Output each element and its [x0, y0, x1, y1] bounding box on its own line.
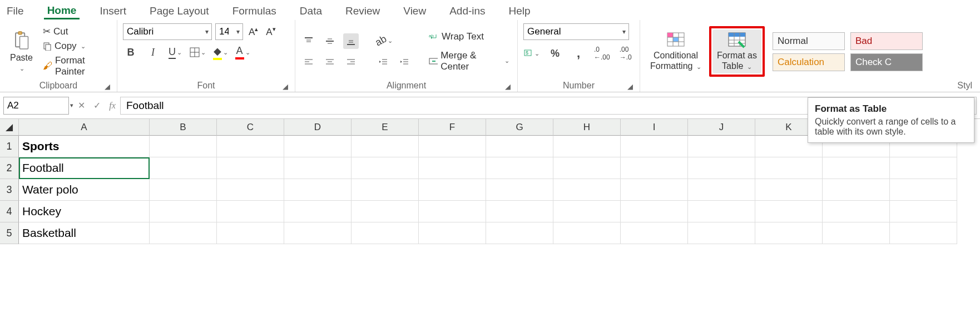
tab-formulas[interactable]: Formulas	[229, 4, 280, 18]
cell[interactable]	[688, 179, 755, 201]
cell[interactable]	[217, 157, 284, 179]
align-left-button[interactable]	[301, 55, 316, 70]
bold-button[interactable]: B	[123, 44, 138, 60]
col-header[interactable]: I	[621, 119, 688, 136]
name-box[interactable]	[3, 97, 69, 115]
cell[interactable]	[755, 201, 823, 222]
cell[interactable]	[150, 222, 217, 244]
accounting-format-button[interactable]: $ ⌄	[523, 46, 540, 61]
italic-button[interactable]: I	[145, 44, 161, 60]
cell[interactable]	[284, 222, 352, 244]
percent-button[interactable]: %	[547, 46, 563, 61]
cell[interactable]	[621, 201, 688, 222]
tab-help[interactable]: Help	[506, 4, 534, 18]
col-header[interactable]: C	[217, 119, 284, 136]
cell[interactable]	[352, 179, 419, 201]
col-header[interactable]: H	[553, 119, 621, 136]
orientation-button[interactable]: ab⌄	[375, 33, 393, 49]
cell[interactable]	[553, 136, 621, 157]
cell[interactable]	[486, 201, 553, 222]
cell[interactable]: Sports	[19, 136, 150, 157]
col-header[interactable]: F	[419, 119, 486, 136]
cell[interactable]: Hockey	[19, 201, 150, 222]
tab-home[interactable]: Home	[44, 3, 80, 19]
cell[interactable]	[621, 222, 688, 244]
cell[interactable]	[217, 222, 284, 244]
cell[interactable]: Water polo	[19, 179, 150, 201]
tab-insert[interactable]: Insert	[96, 4, 130, 18]
cell[interactable]	[419, 157, 486, 179]
tab-review[interactable]: Review	[342, 4, 383, 18]
font-launcher[interactable]: ◢	[283, 82, 288, 91]
decrease-font-button[interactable]: A▾	[264, 24, 278, 39]
tab-addins[interactable]: Add-ins	[446, 4, 488, 18]
col-header[interactable]: B	[150, 119, 217, 136]
cell[interactable]	[688, 157, 755, 179]
cell-style-check-cell[interactable]: Check C	[850, 53, 923, 71]
cell[interactable]	[688, 201, 755, 222]
copy-button[interactable]: Copy ⌄	[41, 39, 111, 53]
cell-style-normal[interactable]: Normal	[773, 32, 845, 50]
clipboard-launcher[interactable]: ◢	[105, 82, 110, 91]
cell[interactable]	[486, 136, 553, 157]
col-header[interactable]: G	[486, 119, 553, 136]
cell[interactable]	[621, 136, 688, 157]
cell[interactable]	[823, 201, 890, 222]
increase-font-button[interactable]: A▴	[246, 24, 260, 39]
cell[interactable]	[755, 157, 823, 179]
cut-button[interactable]: ✂ Cut	[41, 24, 111, 38]
decrease-decimal-button[interactable]: .00→.0	[618, 46, 633, 61]
number-launcher[interactable]: ◢	[627, 82, 633, 91]
select-all-corner[interactable]: ◢	[0, 119, 19, 136]
alignment-launcher[interactable]: ◢	[505, 82, 511, 91]
row-header[interactable]: 3	[0, 179, 19, 201]
formula-cancel-button[interactable]: ✕	[73, 100, 89, 111]
merge-center-button[interactable]: Merge & Center ⌄	[427, 49, 512, 73]
cell[interactable]	[688, 136, 755, 157]
row-header[interactable]: 5	[0, 222, 19, 244]
cell[interactable]	[486, 222, 553, 244]
cell[interactable]	[755, 179, 823, 201]
cell[interactable]	[688, 222, 755, 244]
tab-data[interactable]: Data	[296, 4, 325, 18]
underline-button[interactable]: U⌄	[167, 44, 183, 60]
cell[interactable]	[890, 157, 957, 179]
cell[interactable]	[352, 157, 419, 179]
font-color-button[interactable]: A ⌄	[235, 44, 250, 60]
formula-enter-button[interactable]: ✓	[89, 100, 105, 111]
cell[interactable]	[150, 201, 217, 222]
cell[interactable]	[419, 136, 486, 157]
increase-decimal-button[interactable]: .0←.00	[594, 46, 610, 61]
col-header[interactable]: J	[688, 119, 755, 136]
col-header[interactable]: A	[19, 119, 150, 136]
col-header[interactable]: D	[284, 119, 352, 136]
align-right-button[interactable]	[343, 55, 359, 70]
cell[interactable]	[217, 201, 284, 222]
cell[interactable]	[823, 157, 890, 179]
align-top-button[interactable]	[301, 33, 316, 49]
conditional-formatting-button[interactable]: ConditionalFormatting ⌄	[646, 29, 706, 73]
increase-indent-button[interactable]	[397, 55, 412, 70]
cell[interactable]	[823, 179, 890, 201]
cell[interactable]	[755, 222, 823, 244]
cell[interactable]	[890, 201, 957, 222]
cell-style-calculation[interactable]: Calculation	[773, 53, 845, 71]
font-name-select[interactable]	[123, 23, 212, 40]
cell[interactable]	[150, 136, 217, 157]
cell[interactable]	[621, 179, 688, 201]
fill-color-button[interactable]: ◆ ⌄	[212, 44, 228, 60]
cell[interactable]	[890, 222, 957, 244]
cell[interactable]	[284, 201, 352, 222]
paste-button[interactable]: Paste ⌄	[6, 28, 37, 75]
align-bottom-button[interactable]	[343, 33, 359, 49]
format-painter-button[interactable]: 🖌 Format Painter	[41, 54, 111, 78]
cell[interactable]	[352, 136, 419, 157]
format-as-table-button[interactable]: Format asTable ⌄	[712, 29, 761, 73]
cell[interactable]: Football	[19, 157, 150, 179]
cell[interactable]	[284, 136, 352, 157]
tab-view[interactable]: View	[400, 4, 429, 18]
cell[interactable]	[419, 179, 486, 201]
cell[interactable]	[284, 179, 352, 201]
col-header[interactable]: E	[352, 119, 419, 136]
cell[interactable]	[419, 201, 486, 222]
